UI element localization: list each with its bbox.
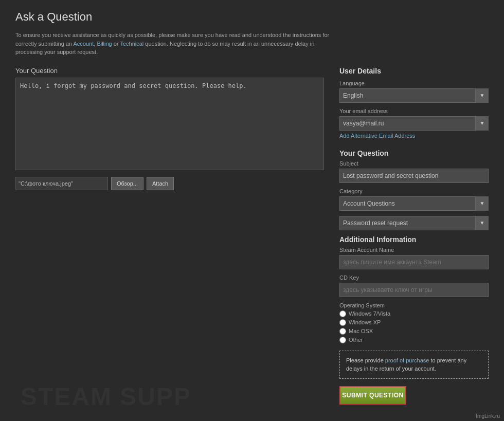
user-details-title: User Details [339, 67, 489, 75]
add-alt-email-link[interactable]: Add Alternative Email Address [339, 133, 415, 139]
cd-key-label: CD Key [339, 274, 489, 281]
steam-account-group: Steam Account Name [339, 247, 489, 269]
cd-key-group: CD Key [339, 274, 489, 297]
additional-info-title: Additional Information [339, 235, 489, 244]
steam-account-input[interactable] [339, 255, 489, 269]
subcategory-select-wrapper: Password reset request Account hijacking… [339, 216, 489, 230]
email-label: Your email address [339, 108, 489, 114]
subject-label: Subject [339, 160, 489, 167]
browse-button[interactable]: Обзор... [111, 177, 143, 190]
technical-link[interactable]: Technical [120, 41, 143, 47]
account-link[interactable]: Account [74, 41, 94, 47]
os-radio-winxp[interactable] [339, 319, 346, 326]
cd-key-input[interactable] [339, 283, 489, 297]
os-group: Operating System Windows 7/Vista Windows… [339, 302, 489, 343]
category-select[interactable]: Account Questions Billing Questions Tech… [339, 196, 489, 211]
language-group: Language English Russian German French ▼ [339, 80, 489, 103]
page-container: Ask a Question To ensure you receive ass… [0, 0, 504, 415]
email-group: Your email address vasya@mail.ru ▼ Add A… [339, 108, 489, 144]
question-textarea[interactable]: Hello, i forgot my password and secret q… [15, 78, 324, 170]
subcategory-select[interactable]: Password reset request Account hijacking… [339, 216, 489, 230]
category-select-wrapper: Account Questions Billing Questions Tech… [339, 196, 489, 211]
subject-group: Subject [339, 160, 489, 183]
left-panel: Your Question Hello, i forgot my passwor… [15, 67, 324, 190]
subject-input[interactable] [339, 169, 489, 183]
question-section-label: Your Question [15, 67, 324, 75]
os-radio-mac[interactable] [339, 328, 346, 335]
os-option-win7[interactable]: Windows 7/Vista [339, 310, 489, 317]
category-group: Category Account Questions Billing Quest… [339, 188, 489, 211]
your-question-title: Your Question [339, 149, 489, 157]
intro-text: To ensure you receive assistance as quic… [15, 31, 334, 57]
os-label: Operating System [339, 302, 489, 308]
os-option-mac[interactable]: Mac OSX [339, 328, 489, 335]
steam-account-label: Steam Account Name [339, 247, 489, 253]
right-panel: User Details Language English Russian Ge… [339, 67, 489, 405]
os-option-winxp[interactable]: Windows XP [339, 319, 489, 326]
category-label: Category [339, 188, 489, 194]
subcategory-group: Password reset request Account hijacking… [339, 216, 489, 230]
language-label: Language [339, 80, 489, 86]
main-layout: Your Question Hello, i forgot my passwor… [15, 67, 489, 405]
file-row: Обзор... Attach [15, 177, 324, 190]
email-select-wrapper: vasya@mail.ru ▼ [339, 116, 489, 131]
os-radio-group: Windows 7/Vista Windows XP Mac OSX Other [339, 310, 489, 343]
proof-of-purchase-link[interactable]: proof of purchase [385, 357, 429, 363]
os-radio-win7[interactable] [339, 310, 346, 317]
imglink-badge: ImgLink.ru [476, 413, 500, 419]
billing-link[interactable]: Billing [97, 41, 112, 47]
os-option-other[interactable]: Other [339, 337, 489, 343]
attach-button[interactable]: Attach [147, 177, 174, 190]
page-title: Ask a Question [15, 10, 489, 24]
os-radio-other[interactable] [339, 337, 346, 343]
submit-button[interactable]: SUBMIT QUESTION [339, 386, 406, 405]
email-select[interactable]: vasya@mail.ru [339, 116, 489, 131]
language-select-wrapper: English Russian German French ▼ [339, 88, 489, 103]
file-path-input[interactable] [15, 177, 108, 190]
proof-of-purchase-box: Please provide proof of purchase to prev… [339, 351, 489, 379]
language-select[interactable]: English Russian German French [339, 88, 489, 103]
